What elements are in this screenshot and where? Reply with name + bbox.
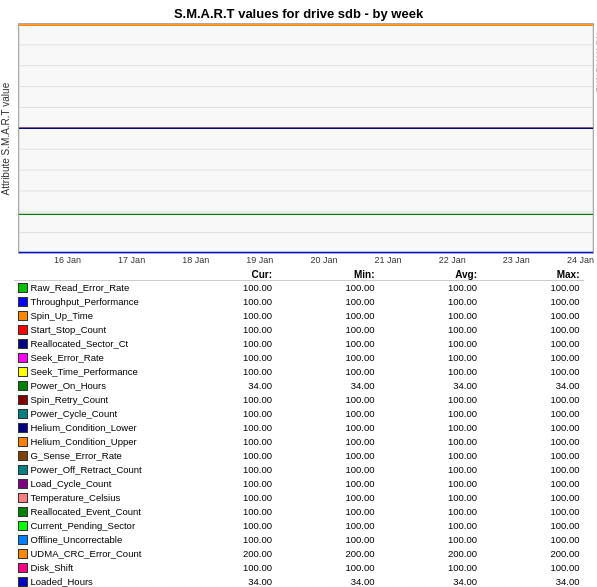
legend-avg: 100.00	[379, 295, 482, 309]
legend-min: 100.00	[276, 323, 379, 337]
x-label-0: 16 Jan	[54, 255, 81, 265]
x-axis-labels: 16 Jan 17 Jan 18 Jan 19 Jan 20 Jan 21 Ja…	[54, 255, 594, 265]
legend-avg: 100.00	[379, 365, 482, 379]
legend-item-name: Raw_Read_Error_Rate	[14, 281, 174, 295]
x-label-3: 19 Jan	[246, 255, 273, 265]
legend-cur: 100.00	[174, 505, 277, 519]
legend-avg: 100.00	[379, 463, 482, 477]
legend-min: 100.00	[276, 449, 379, 463]
legend-row: Reallocated_Event_Count100.00100.00100.0…	[14, 505, 584, 519]
legend-min: 100.00	[276, 407, 379, 421]
legend-avg: 100.00	[379, 309, 482, 323]
legend-max: 100.00	[481, 407, 584, 421]
legend-avg: 100.00	[379, 477, 482, 491]
legend-label: Helium_Condition_Lower	[31, 421, 137, 435]
legend-color-box	[18, 325, 28, 335]
legend-min: 100.00	[276, 309, 379, 323]
legend-cur: 100.00	[174, 365, 277, 379]
legend-color-box	[18, 535, 28, 545]
legend-label: Power_Cycle_Count	[31, 407, 118, 421]
legend-row: Helium_Condition_Upper100.00100.00100.00…	[14, 435, 584, 449]
page-container: S.M.A.R.T values for drive sdb - by week…	[0, 0, 597, 587]
x-label-5: 21 Jan	[375, 255, 402, 265]
legend-min: 100.00	[276, 281, 379, 296]
legend-row: Reallocated_Sector_Ct100.00100.00100.001…	[14, 337, 584, 351]
legend-label: Power_Off_Retract_Count	[31, 463, 142, 477]
col-header-name	[14, 269, 174, 281]
legend-item-name: Reallocated_Event_Count	[14, 505, 174, 519]
legend-color-box	[18, 423, 28, 433]
legend-label: Reallocated_Sector_Ct	[31, 337, 129, 351]
legend-item-name: Current_Pending_Sector	[14, 519, 174, 533]
legend-cur: 100.00	[174, 295, 277, 309]
legend-cur: 100.00	[174, 435, 277, 449]
legend-color-box	[18, 465, 28, 475]
x-label-8: 24 Jan	[567, 255, 594, 265]
legend-max: 100.00	[481, 435, 584, 449]
legend-label: Seek_Error_Rate	[31, 351, 104, 365]
legend-label: Reallocated_Event_Count	[31, 505, 141, 519]
legend-item-name: Loaded_Hours	[14, 575, 174, 587]
col-header-max: Max:	[481, 269, 584, 281]
chart-svg: 200 180 160 140 120 100 80 60 40 20 0	[19, 24, 593, 253]
legend-row: Load_Cycle_Count100.00100.00100.00100.00	[14, 477, 584, 491]
legend-min: 100.00	[276, 365, 379, 379]
legend-avg: 100.00	[379, 519, 482, 533]
legend-item-name: Start_Stop_Count	[14, 323, 174, 337]
legend-cur: 100.00	[174, 407, 277, 421]
legend-max: 100.00	[481, 281, 584, 296]
legend-cur: 100.00	[174, 337, 277, 351]
legend-avg: 100.00	[379, 281, 482, 296]
legend-avg: 34.00	[379, 379, 482, 393]
legend-avg: 100.00	[379, 421, 482, 435]
legend-item-name: Seek_Time_Performance	[14, 365, 174, 379]
legend-row: UDMA_CRC_Error_Count200.00200.00200.0020…	[14, 547, 584, 561]
y-axis-label: Attribute S.M.A.R.T value	[0, 23, 18, 265]
legend-label: Temperature_Celsius	[31, 491, 121, 505]
legend-item-name: G_Sense_Error_Rate	[14, 449, 174, 463]
legend-label: Spin_Up_Time	[31, 309, 93, 323]
legend-max: 100.00	[481, 519, 584, 533]
legend-item-name: Helium_Condition_Upper	[14, 435, 174, 449]
legend-row: Temperature_Celsius100.00100.00100.00100…	[14, 491, 584, 505]
legend-min: 100.00	[276, 519, 379, 533]
svg-rect-0	[19, 24, 593, 253]
legend-item-name: Power_Off_Retract_Count	[14, 463, 174, 477]
legend-cur: 100.00	[174, 351, 277, 365]
chart-container: 200 180 160 140 120 100 80 60 40 20 0	[18, 23, 594, 254]
legend-max: 100.00	[481, 533, 584, 547]
legend-label: Throughput_Performance	[31, 295, 139, 309]
legend-label: UDMA_CRC_Error_Count	[31, 547, 142, 561]
legend-cur: 100.00	[174, 519, 277, 533]
legend-avg: 100.00	[379, 351, 482, 365]
legend-avg: 100.00	[379, 561, 482, 575]
legend-label: Load_Cycle_Count	[31, 477, 112, 491]
legend-item-name: Power_Cycle_Count	[14, 407, 174, 421]
legend-avg: 100.00	[379, 449, 482, 463]
x-label-7: 23 Jan	[503, 255, 530, 265]
legend-item-name: Load_Cycle_Count	[14, 477, 174, 491]
legend-color-box	[18, 563, 28, 573]
legend-avg: 100.00	[379, 435, 482, 449]
legend-label: Raw_Read_Error_Rate	[31, 281, 130, 295]
legend-cur: 100.00	[174, 323, 277, 337]
legend-item-name: Seek_Error_Rate	[14, 351, 174, 365]
legend-max: 100.00	[481, 491, 584, 505]
legend-label: Offline_Uncorrectable	[31, 533, 123, 547]
legend-max: 100.00	[481, 351, 584, 365]
legend-color-box	[18, 311, 28, 321]
legend-cur: 100.00	[174, 491, 277, 505]
legend-min: 100.00	[276, 463, 379, 477]
legend-min: 100.00	[276, 533, 379, 547]
legend-max: 100.00	[481, 309, 584, 323]
legend-avg: 100.00	[379, 505, 482, 519]
legend-item-name: Spin_Up_Time	[14, 309, 174, 323]
legend-color-box	[18, 283, 28, 293]
legend-cur: 100.00	[174, 533, 277, 547]
col-header-cur: Cur:	[174, 269, 277, 281]
legend-cur: 100.00	[174, 309, 277, 323]
legend-min: 100.00	[276, 295, 379, 309]
legend-avg: 100.00	[379, 337, 482, 351]
col-header-min: Min:	[276, 269, 379, 281]
legend-item-name: Reallocated_Sector_Ct	[14, 337, 174, 351]
